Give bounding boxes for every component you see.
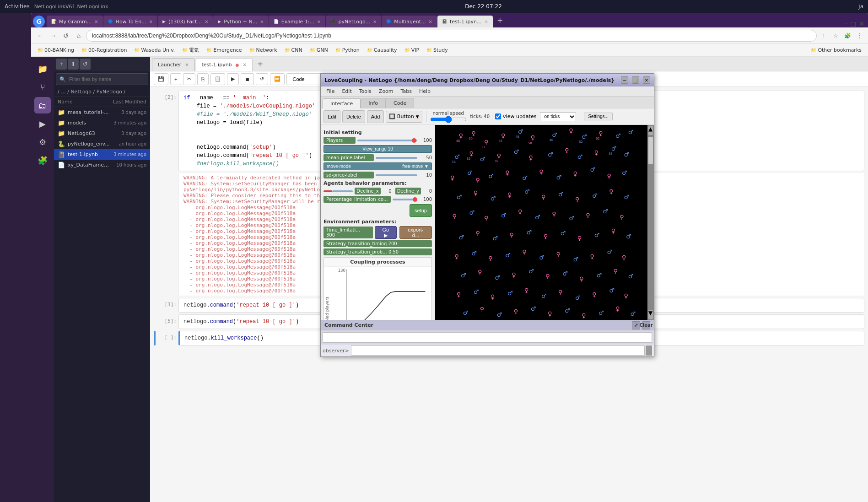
scrollbar-down[interactable]: ▼ xyxy=(648,310,653,319)
bookmark-vip[interactable]: 📁 VIP xyxy=(402,46,422,54)
nl-tab-interface[interactable]: Interface xyxy=(323,98,361,108)
view-updates-checkbox[interactable] xyxy=(495,113,501,119)
nl-tab-info[interactable]: Info xyxy=(361,98,386,108)
sidebar-icon-files[interactable]: 🗂 xyxy=(34,97,51,113)
reload-button[interactable]: ↺ xyxy=(60,30,71,41)
view-range-button[interactable]: View_range 10 xyxy=(323,145,432,153)
tab-1303[interactable]: ▶ (1303) Fact... ✕ xyxy=(158,16,213,27)
nl-add-btn[interactable]: Add xyxy=(367,110,384,123)
minimize-btn[interactable]: ─ xyxy=(844,20,847,27)
run-cell-button[interactable]: ▶ xyxy=(227,73,239,85)
tab-my-gramm[interactable]: 📝 My Gramm... ✕ xyxy=(47,16,103,27)
speed-slider[interactable] xyxy=(430,117,467,122)
add-cell-button[interactable]: + xyxy=(170,73,181,85)
go-button[interactable]: Go ▶ xyxy=(375,226,397,239)
tab-close-icon[interactable]: ✕ xyxy=(185,62,189,67)
tab-close-icon[interactable]: ✕ xyxy=(149,19,153,24)
sidebar-icon-folder[interactable]: 📁 xyxy=(34,60,51,77)
tab-how-to[interactable]: 🔵 How To En... ✕ xyxy=(103,16,157,27)
file-item-test1[interactable]: 📓 test-1.ipynb 3 minutes ago xyxy=(54,149,150,160)
tab-example[interactable]: 📄 Example 1:... ✕ xyxy=(269,16,326,27)
bookmark-causality[interactable]: 📁 Causality xyxy=(364,46,400,54)
cut-button[interactable]: ✂ xyxy=(183,73,195,85)
file-item-mesa[interactable]: 📁 mesa_tutorial-... 3 days ago xyxy=(54,107,150,118)
bookmark-python[interactable]: 📁 Python xyxy=(333,46,362,54)
tab-test1-notebook[interactable]: test-1.ipynb ● ✕ xyxy=(196,58,253,71)
file-item-xy-dataframe[interactable]: 📄 xy_DataFrame.... 10 hours ago xyxy=(54,160,150,170)
tab-test1[interactable]: 📓 test-1.ipyn... ✕ xyxy=(437,16,493,27)
clear-button[interactable]: Clear xyxy=(642,321,650,329)
col-modified-header[interactable]: Last Modified xyxy=(101,99,146,105)
export-button[interactable]: export-d... xyxy=(399,226,432,239)
restart-run-button[interactable]: ⏩ xyxy=(270,73,285,85)
nl-menu-file[interactable]: File xyxy=(323,88,338,94)
new-folder-button[interactable]: + xyxy=(56,59,67,70)
extension-icon[interactable]: 🧩 xyxy=(842,31,852,41)
tab-close-icon[interactable]: ✕ xyxy=(317,19,321,24)
bookmark-denki[interactable]: 📁 電気 xyxy=(179,46,202,54)
cmd-scrollbar[interactable] xyxy=(646,345,652,356)
bookmark-gnn[interactable]: 📁 GNN xyxy=(307,46,331,54)
col-name-header[interactable]: Name xyxy=(58,99,101,105)
activities-label[interactable]: Activities xyxy=(5,3,30,10)
nl-edit-btn[interactable]: Edit xyxy=(323,110,340,123)
expand-icon[interactable]: ⤢ xyxy=(632,321,640,329)
save-button[interactable]: 💾 xyxy=(154,73,168,85)
nl-tab-code[interactable]: Code xyxy=(386,98,414,108)
tab-close-icon[interactable]: ✕ xyxy=(243,62,246,67)
nl-close-btn[interactable]: ✕ xyxy=(643,76,650,84)
move-mode-button[interactable]: move-mode free-move ▼ xyxy=(323,162,432,170)
restart-button[interactable]: ↺ xyxy=(256,73,268,85)
star-icon[interactable]: ☆ xyxy=(830,31,841,41)
share-icon[interactable]: ↑ xyxy=(819,31,829,41)
tab-python[interactable]: ▶ Python + N... ✕ xyxy=(213,16,268,27)
bookmark-network[interactable]: 📁 Network xyxy=(247,46,280,54)
maximize-btn[interactable]: □ xyxy=(850,20,856,27)
sidebar-icon-run[interactable]: ▶ xyxy=(34,115,51,132)
button-type-selector[interactable]: 🔲 Button ▼ xyxy=(386,111,422,123)
nl-delete-btn[interactable]: Delete xyxy=(342,110,365,123)
paste-button[interactable]: 📋 xyxy=(210,73,225,85)
file-item-pynetlogo-env[interactable]: 🐍 pyNetlogo_env... an hour ago xyxy=(54,139,150,149)
bookmark-cnn[interactable]: 📁 CNN xyxy=(282,46,305,54)
bookmark-other[interactable]: 📁 Other bookmarks xyxy=(808,46,864,54)
scrollbar-thumb[interactable] xyxy=(648,137,653,164)
new-tab-button[interactable]: + xyxy=(493,16,507,25)
nl-menu-edit[interactable]: Edit xyxy=(338,88,355,94)
nl-minimize-btn[interactable]: ─ xyxy=(621,76,628,84)
on-ticks-select[interactable]: on ticks continuous xyxy=(540,112,576,121)
more-icon[interactable]: ⋮ xyxy=(854,31,864,41)
home-button[interactable]: ⌂ xyxy=(73,30,84,41)
forward-button[interactable]: → xyxy=(48,30,59,41)
upload-button[interactable]: ⬆ xyxy=(68,59,79,70)
file-item-models[interactable]: 📁 models 3 minutes ago xyxy=(54,118,150,128)
setup-button[interactable]: setup xyxy=(410,204,432,217)
bookmark-00banking[interactable]: 📁 00-BANKing xyxy=(35,46,77,54)
back-button[interactable]: ← xyxy=(35,30,46,41)
tab-close-icon[interactable]: ✕ xyxy=(94,19,98,24)
address-bar[interactable] xyxy=(86,30,817,42)
copy-button[interactable]: ⎘ xyxy=(197,73,209,85)
tab-launcher[interactable]: Launcher ✕ xyxy=(152,58,195,71)
tab-pynetlogo[interactable]: ⬛ pyNetLogo... ✕ xyxy=(326,16,381,27)
tab-multiagent[interactable]: 🔵 Multiagent... ✕ xyxy=(382,16,437,27)
refresh-button[interactable]: ↺ xyxy=(80,59,91,70)
nl-menu-zoom[interactable]: Zoom xyxy=(375,88,397,94)
scrollbar-up[interactable]: ▲ xyxy=(648,126,653,135)
nl-cmd-input[interactable] xyxy=(351,345,645,356)
tab-close-icon[interactable]: ✕ xyxy=(260,19,264,24)
settings-button[interactable]: Settings... xyxy=(584,113,612,120)
file-item-netlogo63[interactable]: 📁 NetLogo63 3 days ago xyxy=(54,128,150,139)
interrupt-button[interactable]: ⏹ xyxy=(241,73,254,85)
nl-maximize-btn[interactable]: □ xyxy=(632,76,639,84)
bookmark-waseda[interactable]: 📁 Waseda Univ. xyxy=(131,46,178,54)
close-btn[interactable]: ✕ xyxy=(859,20,864,27)
tab-close-icon[interactable]: ✕ xyxy=(373,19,377,24)
nl-menu-tabs[interactable]: Tabs xyxy=(397,88,415,94)
tab-close-icon[interactable]: ✕ xyxy=(485,19,488,24)
tab-close-icon[interactable]: ✕ xyxy=(429,19,432,24)
nl-menu-help[interactable]: Help xyxy=(415,88,434,94)
bookmark-00reg[interactable]: 📁 00-Registration xyxy=(79,46,129,54)
sidebar-icon-git[interactable]: ⑂ xyxy=(34,79,51,95)
viz-scrollbar[interactable]: ▲ ▼ xyxy=(647,125,654,320)
